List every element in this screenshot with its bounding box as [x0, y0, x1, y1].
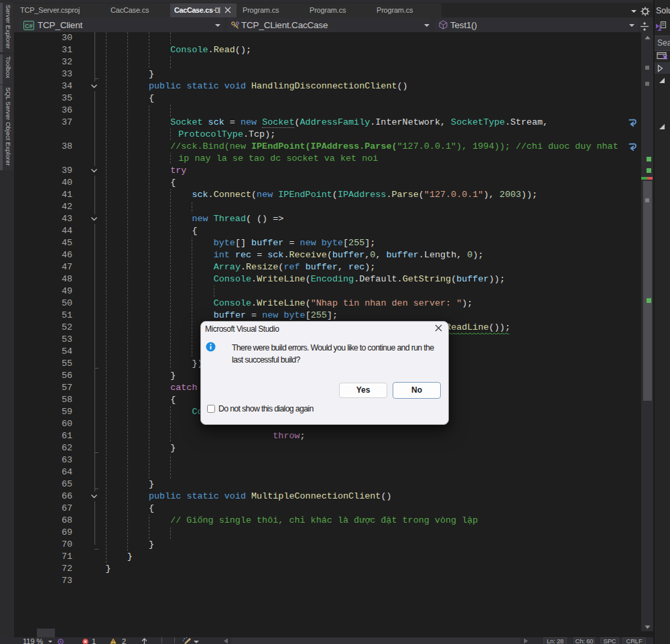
svg-text:C#: C#	[25, 22, 33, 29]
